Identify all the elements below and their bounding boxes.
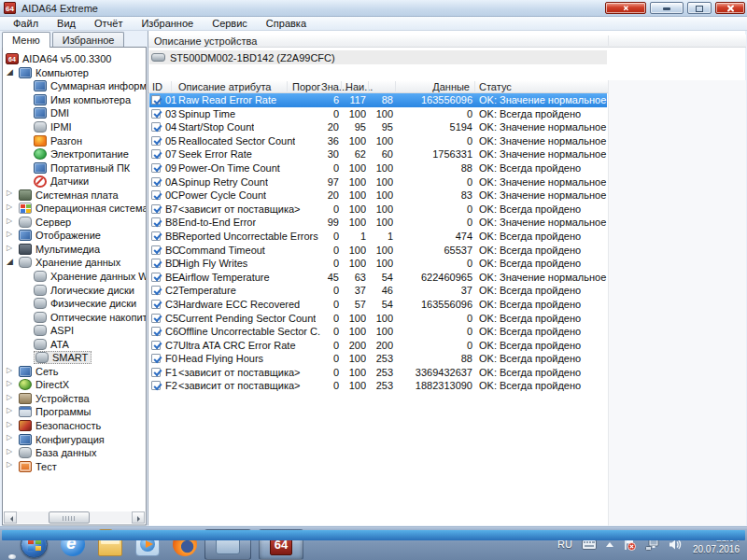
tree-item[interactable]: Физические диски: [3, 297, 147, 311]
tab-меню[interactable]: Меню: [2, 32, 50, 48]
attribute-checkbox[interactable]: [151, 177, 161, 187]
scroll-left-arrow[interactable]: [4, 511, 17, 524]
extra-close-button[interactable]: [605, 2, 646, 14]
tree-item[interactable]: ▷Устройства: [3, 392, 147, 406]
show-hidden-icons-button[interactable]: [606, 542, 613, 547]
expander-collapsed-icon[interactable]: ▷: [7, 447, 16, 455]
menu-item-2[interactable]: Отчёт: [85, 17, 132, 30]
attribute-checkbox[interactable]: [151, 368, 161, 377]
cell-attribute: <зависит от поставщика>: [178, 379, 301, 393]
attribute-checkbox[interactable]: [151, 190, 161, 200]
expander-collapsed-icon[interactable]: ▷: [7, 244, 16, 252]
tree-item[interactable]: ▷Мультимедиа: [3, 243, 147, 257]
tree-item[interactable]: ▷Системная плата: [3, 188, 147, 202]
tree-item[interactable]: ◢Хранение данных: [3, 256, 147, 270]
expander-collapsed-icon[interactable]: ▷: [7, 393, 16, 401]
tree-item[interactable]: IPMI: [3, 120, 147, 134]
attribute-checkbox[interactable]: [151, 217, 161, 227]
tree-item[interactable]: Разгон: [3, 133, 147, 147]
tree-item[interactable]: ▷DirectX: [3, 378, 147, 392]
scrollbar-thumb[interactable]: [49, 511, 90, 524]
minimize-icon: [663, 7, 670, 10]
attribute-checkbox[interactable]: [151, 149, 161, 159]
col-attr[interactable]: Описание атрибута: [178, 80, 271, 93]
tree-item[interactable]: Электропитание: [3, 147, 147, 161]
attribute-checkbox[interactable]: [151, 354, 161, 363]
tree-item[interactable]: Оптические накопители: [3, 310, 147, 324]
attribute-checkbox[interactable]: [151, 245, 161, 255]
tree-item[interactable]: SMART: [3, 351, 147, 365]
menu-item-1[interactable]: Вид: [48, 17, 85, 30]
tree-item[interactable]: ▷Тест: [3, 459, 147, 473]
attribute-checkbox[interactable]: [151, 109, 161, 119]
menu-item-3[interactable]: Избранное: [132, 17, 203, 30]
device-row[interactable]: ST500DM002-1BD142 (Z2A99CFC): [148, 50, 746, 64]
tree-item[interactable]: ▷Сервер: [3, 216, 147, 230]
expander-collapsed-icon[interactable]: ▷: [7, 230, 16, 238]
menu-item-5[interactable]: Справка: [257, 17, 316, 30]
col-status[interactable]: Статус: [479, 80, 512, 93]
attribute-checkbox[interactable]: [151, 122, 161, 132]
col-threshold[interactable]: Порог: [292, 80, 320, 93]
keyboard-icon[interactable]: [582, 539, 597, 550]
expander-collapsed-icon[interactable]: ▷: [7, 420, 16, 428]
minimize-button[interactable]: [650, 2, 684, 14]
tree-item[interactable]: ▷Отображение: [3, 229, 147, 243]
expander-collapsed-icon[interactable]: ▷: [7, 406, 16, 414]
tree-item[interactable]: ▷Безопасность: [3, 419, 147, 433]
device-list-header[interactable]: Описание устройства: [148, 35, 746, 48]
expander-collapsed-icon[interactable]: ▷: [7, 217, 16, 225]
display-settings-taskbar-button[interactable]: [204, 529, 251, 560]
tree-item[interactable]: ATA: [3, 337, 147, 351]
tree-item[interactable]: Датчики: [3, 175, 147, 189]
tree-item[interactable]: 64AIDA64 v5.00.3300: [3, 52, 147, 66]
tree-item[interactable]: Хранение данных Windows: [3, 270, 147, 284]
tree-item[interactable]: Логические диски: [3, 283, 147, 297]
tree-item-label: Программы: [35, 406, 91, 417]
tree-item[interactable]: Суммарная информация: [3, 79, 147, 93]
attribute-checkbox[interactable]: [151, 381, 161, 390]
attribute-checkbox[interactable]: [151, 163, 161, 173]
menu-item-0[interactable]: Файл: [4, 17, 48, 30]
tree-item[interactable]: DMI: [3, 106, 147, 120]
tree-item[interactable]: Портативный ПК: [3, 161, 147, 175]
attribute-checkbox[interactable]: [151, 136, 161, 146]
tree-item[interactable]: Имя компьютера: [3, 93, 147, 107]
close-button[interactable]: [715, 2, 745, 14]
restore-button[interactable]: [687, 2, 712, 14]
col-value[interactable]: Зна...: [321, 80, 347, 93]
attribute-checkbox[interactable]: [151, 327, 161, 336]
scroll-right-arrow[interactable]: [132, 511, 145, 524]
col-id[interactable]: ID: [152, 80, 162, 93]
horizontal-scrollbar[interactable]: [4, 511, 145, 524]
expander-collapsed-icon[interactable]: ▷: [7, 433, 16, 441]
expander-collapsed-icon[interactable]: ▷: [7, 189, 16, 197]
attribute-checkbox[interactable]: [151, 259, 161, 268]
tab-избранное[interactable]: Избранное: [52, 32, 125, 48]
attribute-checkbox[interactable]: [151, 231, 161, 241]
attribute-checkbox[interactable]: [151, 286, 161, 295]
tree-item[interactable]: ▷Конфигурация: [3, 432, 147, 446]
col-data[interactable]: Данные: [423, 80, 470, 93]
expander-collapsed-icon[interactable]: ▷: [7, 379, 16, 387]
tree-item[interactable]: ▷База данных: [3, 446, 147, 460]
test-icon: [19, 461, 32, 472]
expander-collapsed-icon[interactable]: ▷: [7, 203, 16, 211]
expander-expanded-icon[interactable]: ◢: [7, 67, 16, 77]
attribute-checkbox[interactable]: [151, 273, 161, 282]
expander-collapsed-icon[interactable]: ▷: [7, 366, 16, 374]
tree-item[interactable]: ▷Сеть: [3, 365, 147, 379]
expander-expanded-icon[interactable]: ◢: [7, 257, 16, 266]
attribute-checkbox[interactable]: [151, 204, 161, 214]
attribute-checkbox[interactable]: [151, 341, 161, 350]
menu-item-4[interactable]: Сервис: [203, 17, 257, 30]
expander-collapsed-icon[interactable]: ▷: [7, 460, 16, 469]
tree-item[interactable]: ▷Программы: [3, 405, 147, 419]
attribute-checkbox[interactable]: [151, 300, 161, 309]
tree-item[interactable]: ▷Операционная система: [3, 202, 147, 216]
tree-item[interactable]: ◢Компьютер: [3, 66, 147, 80]
tree-item[interactable]: ASPI: [3, 324, 147, 338]
attribute-checkbox[interactable]: [151, 314, 161, 323]
title-bar[interactable]: 64 AIDA64 Extreme: [0, 0, 747, 17]
attribute-checkbox[interactable]: [151, 95, 161, 105]
